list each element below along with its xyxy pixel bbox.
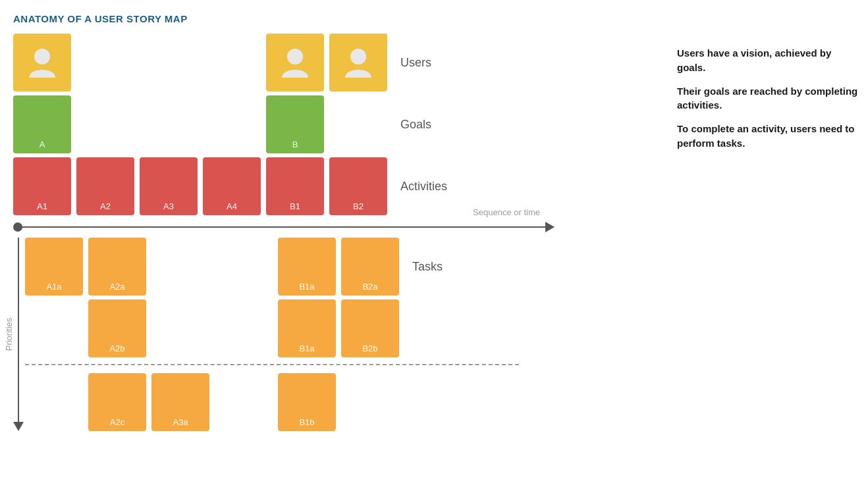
page-title: ANATOMY OF A USER STORY MAP xyxy=(13,13,657,24)
users-label: Users xyxy=(400,56,431,70)
goal-placeholder-3 xyxy=(140,95,198,153)
activity-card-a4: A4 xyxy=(203,157,261,215)
sequence-line xyxy=(18,226,553,228)
activity-card-b1: B1 xyxy=(266,157,324,215)
task-placeholder-a4-r2 xyxy=(215,299,273,357)
task-card-b2a: B2a xyxy=(341,238,399,295)
activities-row: A1 A2 A3 A4 B1 B2 Activities xyxy=(13,157,657,215)
activities-label: Activities xyxy=(400,180,447,193)
task-placeholder-b2-r3 xyxy=(341,373,399,431)
info-panel: Users have a vision, achieved by goals. … xyxy=(657,13,861,480)
task-card-a2c: A2c xyxy=(88,373,146,431)
task-card-a3a: A3a xyxy=(151,373,209,431)
info-text-2: Their goals are reached by completing ac… xyxy=(677,84,861,113)
task-card-a2a: A2a xyxy=(88,238,146,295)
priorities-arrowhead xyxy=(13,422,24,431)
sequence-label: Sequence or time xyxy=(473,207,540,217)
svg-point-1 xyxy=(287,49,303,64)
task-placeholder-a1-r2 xyxy=(25,299,83,357)
task-card-b1a-2: B1a xyxy=(278,299,336,357)
goal-placeholder-6 xyxy=(329,95,387,153)
task-card-b2b: B2b xyxy=(341,299,399,357)
users-row: Users xyxy=(13,34,657,91)
task-row-1: A1a A2a B1a B2a Tasks xyxy=(25,238,657,295)
task-placeholder-a4-r3 xyxy=(215,373,273,431)
activity-card-a1: A1 xyxy=(13,157,71,215)
priorities-label: Priorities xyxy=(4,318,14,351)
svg-point-0 xyxy=(34,49,50,64)
task-row-2: A2b B1a B2b xyxy=(25,299,657,357)
tasks-rows-container: A1a A2a B1a B2a Tasks xyxy=(25,238,657,431)
dashed-divider xyxy=(25,364,519,365)
activity-card-a3: A3 xyxy=(140,157,198,215)
info-text-3: To complete an activity, users need to p… xyxy=(677,122,861,151)
user-placeholder-2 xyxy=(76,34,134,91)
task-placeholder-a1-r3 xyxy=(25,373,83,431)
goal-card-a: A xyxy=(13,95,71,153)
goal-placeholder-2 xyxy=(76,95,134,153)
task-card-b1b: B1b xyxy=(278,373,336,431)
svg-point-2 xyxy=(350,49,366,64)
goal-card-b: B xyxy=(266,95,324,153)
sequence-arrowhead xyxy=(545,222,555,232)
user-card-5 xyxy=(266,34,324,91)
activity-card-b2: B2 xyxy=(329,157,387,215)
task-card-a2b: A2b xyxy=(88,299,146,357)
user-placeholder-4 xyxy=(203,34,261,91)
priorities-arrow xyxy=(13,238,24,431)
task-row-3: A2c A3a B1b xyxy=(25,373,657,431)
goals-row: A B Goals xyxy=(13,95,657,153)
task-placeholder-a3-r1 xyxy=(151,238,209,295)
goals-label: Goals xyxy=(400,118,431,132)
task-placeholder-a3-r2 xyxy=(151,299,209,357)
goal-placeholder-4 xyxy=(203,95,261,153)
task-card-b1a-1: B1a xyxy=(278,238,336,295)
user-card-6 xyxy=(329,34,387,91)
sequence-arrow: Sequence or time xyxy=(13,219,553,235)
tasks-section: Priorities A1a A2a B1a B2a xyxy=(25,238,657,431)
user-placeholder-3 xyxy=(140,34,198,91)
task-placeholder-a4-r1 xyxy=(215,238,273,295)
task-card-a1a: A1a xyxy=(25,238,83,295)
priorities-line xyxy=(18,238,19,422)
user-card-1 xyxy=(13,34,71,91)
activity-card-a2: A2 xyxy=(76,157,134,215)
info-text-1: Users have a vision, achieved by goals. xyxy=(677,46,861,75)
tasks-label: Tasks xyxy=(412,260,443,274)
